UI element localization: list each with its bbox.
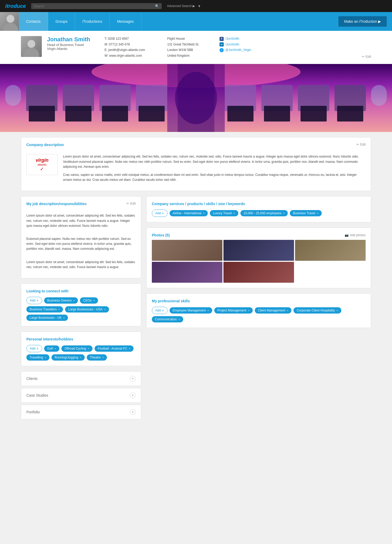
facebook-icon: f: [220, 37, 224, 41]
search-input[interactable]: [34, 4, 154, 8]
connect-add-button[interactable]: Add +: [26, 297, 42, 304]
personal-interests-title: Personal interests/hobbies: [26, 337, 136, 341]
address-line4: United Kingdom: [167, 53, 209, 59]
plus-icon: +: [162, 211, 164, 215]
tag-golf[interactable]: Golf ×: [44, 345, 59, 352]
airplane-interior: [0, 64, 392, 132]
virgin-logo: virgin: [36, 158, 48, 163]
photos-card: Photos (5) 📷 Add photos: [146, 228, 371, 288]
nav-groups[interactable]: Groups: [48, 12, 75, 31]
tag-project-mgmt[interactable]: Project Management ×: [214, 307, 253, 314]
svg-point-22: [175, 72, 217, 124]
profile-edit-link[interactable]: ✏ Edit: [362, 55, 371, 59]
pencil-icon: ✏: [362, 55, 365, 59]
facebook-handle: /JonSmith: [225, 36, 239, 42]
add-photos-button[interactable]: 📷 Add photos: [345, 233, 366, 237]
photo-2[interactable]: [223, 240, 294, 261]
facebook-link[interactable]: f /JonSmith: [220, 36, 251, 42]
tag-running[interactable]: Running/Jogging ×: [51, 354, 85, 361]
photo-1[interactable]: [152, 240, 222, 261]
nav-itroductions[interactable]: iTroductions: [75, 12, 110, 31]
plus-icon: +: [36, 298, 38, 303]
profile-info: Jonathan Smith Head of Business Travel V…: [47, 36, 94, 51]
profile-phone: T: 0208 123 4567: [105, 36, 157, 42]
company-description-edit[interactable]: ✏ Edit: [356, 143, 366, 146]
tag-business-travellers[interactable]: Business Travellers ×: [26, 306, 63, 312]
tag-large-businesses-usa[interactable]: Large Businesses - USA ×: [65, 306, 109, 312]
case-studies-collapsible[interactable]: Case Studies +: [21, 388, 141, 403]
clients-label: Clients: [26, 377, 38, 381]
tag-ceos[interactable]: CEOs ×: [80, 297, 98, 304]
tag-luxury-travel[interactable]: Luxury Travel ×: [210, 210, 238, 216]
profile-company: Virgin Atlantic: [47, 47, 94, 51]
company-services-title: Company services / products / skills / s…: [152, 202, 366, 206]
skills-add-button[interactable]: Add +: [152, 307, 168, 314]
profile-website: W: www.virgin-atlantic.com: [105, 53, 157, 59]
services-add-button[interactable]: Add +: [152, 210, 168, 217]
tag-business-travel[interactable]: Business Travel ×: [290, 210, 321, 216]
professional-skills-tags: Add + Employee Management × Project Mana…: [152, 307, 366, 322]
photo-4[interactable]: [152, 262, 222, 283]
company-description-title: Company description: [26, 143, 64, 147]
tag-communication[interactable]: Communication ×: [152, 316, 183, 322]
photo-5[interactable]: [223, 262, 294, 283]
camera-icon: 📷: [345, 233, 349, 237]
nav-contacts[interactable]: Contacts: [19, 12, 48, 31]
search-bar[interactable]: 🔍: [31, 3, 162, 9]
tag-football[interactable]: Football - Arsenal FC ×: [95, 345, 134, 352]
job-description-edit[interactable]: ✏ Edit: [126, 202, 136, 205]
linkedin-handle: /JonSmith: [225, 42, 239, 48]
advanced-search-link[interactable]: Advanced Search ▶: [167, 4, 195, 8]
connect-with-card: Looking to connect with Add + Business O…: [21, 283, 141, 326]
case-studies-plus-icon[interactable]: +: [130, 392, 136, 398]
add-label: Add: [155, 309, 161, 312]
portfolio-plus-icon[interactable]: +: [130, 409, 136, 415]
svg-rect-13: [102, 106, 128, 121]
address-details: Flight House 131 Great Titchfield St. Lo…: [167, 36, 209, 59]
company-services-card: Company services / products / skills / s…: [146, 196, 371, 222]
social-links: f /JonSmith in /JonSmith t @JonSmith_Vir…: [220, 36, 251, 53]
job-description-text: Lorem ipsum dolor sit amet, consectetuer…: [26, 213, 136, 270]
tag-client-mgmt[interactable]: Client Management ×: [255, 307, 292, 314]
make-intro-button[interactable]: Make an iTroduction ▶: [338, 16, 387, 27]
tag-airline-intl[interactable]: Airline - International ×: [170, 210, 208, 216]
tag-offroad-cycling[interactable]: Offroad Cycling ×: [61, 345, 93, 352]
svg-rect-15: [227, 106, 253, 121]
portfolio-label: Portfolio: [26, 410, 40, 414]
job-description-title: My job description/responsibilities: [26, 202, 87, 206]
nav-messages[interactable]: Messages: [110, 12, 141, 31]
twitter-link[interactable]: t @JonSmith_Virgin: [220, 47, 251, 53]
tag-travelling[interactable]: Travelling ×: [26, 354, 49, 361]
tag-corporate-hospitality[interactable]: Corporate Client Hospitality ×: [293, 307, 341, 314]
edit-text: Edit: [360, 143, 366, 146]
company-description-text: Lorem ipsum dolor sit amet, consectetuer…: [63, 154, 366, 186]
photo-3[interactable]: [295, 240, 366, 261]
profile-title: Head of Business Travel: [47, 43, 94, 47]
dropdown-arrow-icon[interactable]: ▼: [198, 4, 201, 8]
connect-with-tags: Add + Business Owners × CEOs × Business …: [26, 297, 136, 321]
blue-nav-bar: Contacts Groups iTroductions Messages Ma…: [0, 12, 392, 31]
photos-grid: [152, 240, 366, 283]
atlantic-text: atlantic: [36, 163, 48, 166]
tag-large-businesses-uk[interactable]: Large Businesses - UK ×: [26, 315, 68, 321]
tag-employee-mgmt[interactable]: Employee Management ×: [170, 307, 212, 314]
edit-label: Edit: [366, 55, 371, 59]
clients-plus-icon[interactable]: +: [130, 376, 136, 381]
profile-mobile: M: 07712 345 678: [105, 42, 157, 48]
interests-add-button[interactable]: Add +: [26, 345, 42, 352]
tag-business-owners[interactable]: Business Owners ×: [44, 297, 78, 304]
svg-rect-14: [139, 106, 165, 121]
profile-header: Jonathan Smith Head of Business Travel V…: [0, 31, 392, 64]
linkedin-link[interactable]: in /JonSmith: [220, 42, 251, 48]
portfolio-collapsible[interactable]: Portfolio +: [21, 405, 141, 419]
search-icon: 🔍: [155, 4, 159, 8]
svg-rect-18: [337, 106, 363, 121]
clients-collapsible[interactable]: Clients +: [21, 371, 141, 386]
connect-with-title: Looking to connect with: [26, 289, 136, 293]
logo-checkmark: ✓: [36, 166, 48, 172]
add-photos-label: Add photos: [350, 233, 366, 237]
tag-theatre[interactable]: Theatre ×: [87, 354, 107, 361]
edit-text: Edit: [130, 202, 136, 205]
address-line1: Flight House: [167, 36, 209, 42]
tag-employees[interactable]: 10,000 - 25,000 employees ×: [240, 210, 288, 216]
